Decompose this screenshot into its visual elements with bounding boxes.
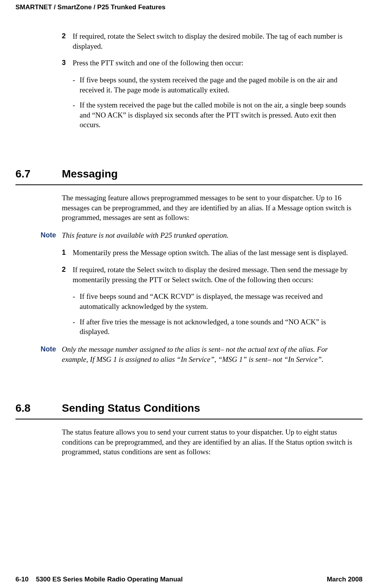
- bullet-text: If five beeps sound, the system received…: [80, 75, 355, 95]
- section-heading-6-8: 6.8 Sending Status Conditions: [15, 401, 363, 416]
- step-2: 2 If required, rotate the Select switch …: [62, 265, 355, 285]
- step-number: 2: [62, 31, 73, 51]
- bullet-item: - If after five tries the message is not…: [73, 317, 355, 337]
- step-1: 1 Momentarily press the Message option s…: [62, 248, 355, 258]
- bullet-text: If after five tries the message is not a…: [80, 317, 355, 337]
- page-container: SMARTNET / SmartZone / P25 Trunked Featu…: [0, 0, 378, 457]
- bullet-text: If the system received the page but the …: [80, 100, 355, 130]
- dash-icon: -: [73, 75, 80, 95]
- step-text: Press the PTT switch and one of the foll…: [73, 58, 355, 68]
- section-6-8-body: The status feature allows you to send yo…: [62, 427, 355, 457]
- step-number: 3: [62, 58, 73, 68]
- section-number: 6.8: [15, 401, 62, 416]
- step-2: 2 If required, rotate the Select switch …: [62, 31, 355, 51]
- note-block: Note This feature is not available with …: [41, 230, 355, 240]
- section-6-7-body: The messaging feature allows preprogramm…: [62, 193, 355, 364]
- bullet-text: If five beeps sound and “ACK RCVD” is di…: [80, 291, 355, 311]
- step-number: 2: [62, 265, 73, 285]
- step-text: Momentarily press the Message option swi…: [73, 248, 355, 258]
- dash-icon: -: [73, 100, 80, 130]
- intro-paragraph: The messaging feature allows preprogramm…: [62, 193, 355, 223]
- step-text: If required, rotate the Select switch to…: [73, 31, 355, 51]
- section-number: 6.7: [15, 167, 62, 181]
- note-text: This feature is not available with P25 t…: [62, 230, 355, 240]
- page-header: SMARTNET / SmartZone / P25 Trunked Featu…: [15, 0, 363, 31]
- section-heading-6-7: 6.7 Messaging: [15, 167, 363, 181]
- step-number: 1: [62, 248, 73, 258]
- note-text: Only the message number assigned to the …: [62, 344, 355, 364]
- dash-icon: -: [73, 291, 80, 311]
- note-label: Note: [41, 230, 62, 240]
- dash-icon: -: [73, 317, 80, 337]
- section-title: Sending Status Conditions: [62, 401, 363, 416]
- bullet-item: - If five beeps sound and “ACK RCVD” is …: [73, 291, 355, 311]
- note-label: Note: [41, 344, 62, 364]
- bullet-item: - If the system received the page but th…: [73, 100, 355, 130]
- section-divider: [15, 419, 363, 419]
- footer-left: 6-10 5300 ES Series Mobile Radio Operati…: [15, 575, 183, 584]
- bullet-item: - If five beeps sound, the system receiv…: [73, 75, 355, 95]
- note-block: Note Only the message number assigned to…: [41, 344, 355, 364]
- step-text: If required, rotate the Select switch to…: [73, 265, 355, 285]
- section-divider: [15, 184, 363, 185]
- section-title: Messaging: [62, 167, 363, 181]
- top-steps-block: 2 If required, rotate the Select switch …: [62, 31, 355, 130]
- step-3: 3 Press the PTT switch and one of the fo…: [62, 58, 355, 68]
- intro-paragraph: The status feature allows you to send yo…: [62, 427, 355, 457]
- page-footer: 6-10 5300 ES Series Mobile Radio Operati…: [15, 575, 363, 584]
- footer-right: March 2008: [327, 575, 363, 584]
